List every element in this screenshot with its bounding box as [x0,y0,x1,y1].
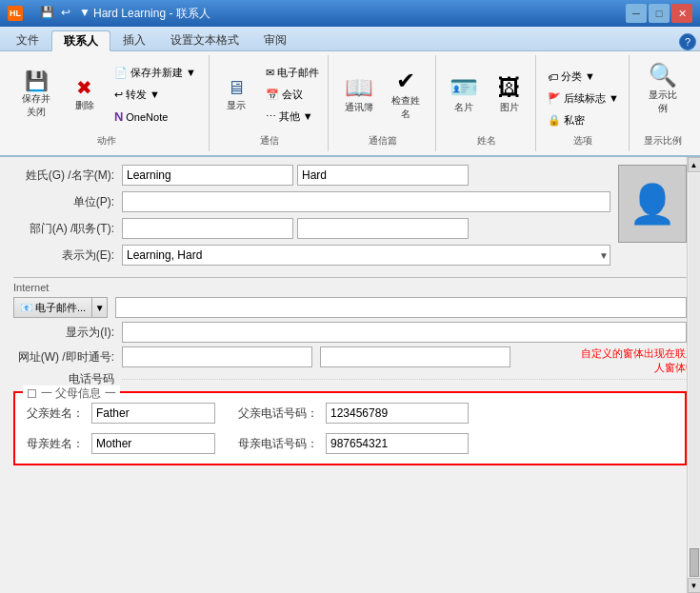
window-title: Hard Learning - 联系人 [93,6,210,22]
title-input[interactable] [297,218,469,239]
mother-phone-label: 母亲电话号码： [238,436,318,452]
scroll-up-button[interactable]: ▲ [688,157,701,172]
email-dropdown-button[interactable]: 📧 电子邮件... [13,297,92,318]
scroll-thumb[interactable] [690,548,699,577]
addressbook-buttons: 📖 通讯簿 ✔ 检查姓名 [338,59,429,130]
display-row: 表示为(E): Learning, Hard ▼ [13,245,610,266]
followup-label: 后续标志 ▼ [564,91,619,106]
father-phone-input[interactable] [326,403,469,424]
close-button[interactable]: ✕ [671,4,692,23]
tab-format[interactable]: 设置文本格式 [158,30,251,50]
photo-button[interactable]: 🖼 图片 [489,65,530,126]
mother-phone-input[interactable] [326,433,469,454]
addressbook-group-label: 通信篇 [369,130,397,148]
categorize-icon: 🏷 [548,71,558,83]
email-btn-group: 📧 电子邮件... ▼ [13,297,108,318]
father-phone-label: 父亲电话号码： [238,405,318,422]
mother-name-input[interactable] [91,433,215,454]
save-close-label: 保存并关闭 [20,92,53,119]
meeting-label: 会议 [282,88,303,102]
help-button[interactable]: ? [679,33,696,50]
qa-save-btn[interactable]: 💾 [38,4,55,21]
private-label: 私密 [564,113,585,128]
name-group-label: 姓名 [477,130,496,148]
save-new-button[interactable]: 📄 保存并新建 ▼ [110,63,201,83]
tab-insert[interactable]: 插入 [110,30,158,50]
father-name-input[interactable] [91,403,215,424]
qa-customize-btn[interactable]: ▼ [76,4,93,21]
parent-section: ☐ 一 父母信息 一 父亲姓名： 父亲电话号码： 母亲姓名： 母亲电话号码： [13,391,687,465]
website-label: 网址(W) /即时通号: [13,349,118,366]
ribbon-group-options: 🏷 分类 ▼ 🚩 后续标志 ▼ 🔒 私密 选项 [538,55,630,151]
checkname-button[interactable]: ✔ 检查姓名 [384,65,429,126]
name-buttons: 🪪 名片 🖼 图片 [443,59,530,130]
content-area: 姓氏(G) /名字(M): 单位(P): 部门(A) /职务(T): [0,157,700,593]
other-button[interactable]: ⋯ 其他 ▼ [261,107,324,127]
ribbon-group-actions: 💾 保存并关闭 ✖ 删除 📄 保存并新建 ▼ ↩ 转发 ▼ [6,55,210,151]
maximize-button[interactable]: □ [649,4,670,23]
dept-input[interactable] [122,218,293,239]
checkname-icon: ✔ [396,69,415,92]
other-label: 其他 ▼ [279,109,313,124]
last-name-input[interactable] [122,165,293,186]
company-row: 单位(P): [13,191,610,212]
delete-button[interactable]: ✖ 删除 [64,65,106,126]
other-icon: ⋯ [266,110,276,123]
parent-section-title-text: 一 父母信息 一 [41,385,116,402]
save-new-icon: 📄 [114,67,128,79]
addressbook-button[interactable]: 📖 通讯簿 [338,65,380,126]
addressbook-label: 通讯簿 [345,101,373,114]
tab-contact[interactable]: 联系人 [51,30,110,51]
forward-label: 转发 ▼ [126,88,160,102]
display-button[interactable]: 🖥 显示 [215,65,257,126]
display-select[interactable]: Learning, Hard [122,245,610,266]
forward-button[interactable]: ↩ 转发 ▼ [110,85,201,105]
email-display-input[interactable] [122,322,687,343]
mother-name-label: 母亲姓名： [27,436,84,452]
save-icon: 💾 [25,71,49,90]
email-button[interactable]: ✉ 电子邮件 [261,63,324,83]
scrollbar: ▲ ▼ [687,157,700,593]
meeting-button[interactable]: 📅 会议 [261,85,324,105]
save-close-button[interactable]: 💾 保存并关闭 [13,65,60,126]
instant-msg-input[interactable] [320,346,510,367]
last-name-label: 姓氏(G) /名字(M): [13,168,118,184]
options-group-label: 选项 [573,130,592,148]
followup-button[interactable]: 🚩 后续标志 ▼ [543,89,624,109]
display-select-wrapper: Learning, Hard ▼ [122,245,610,266]
save-new-label: 保存并新建 ▼ [130,66,196,80]
email-display-row: 显示为(I): [13,322,687,343]
private-button[interactable]: 🔒 私密 [543,110,624,130]
email-dropdown-arrow[interactable]: ▼ [92,297,108,318]
tab-file[interactable]: 文件 [4,30,51,50]
ribbon-group-name: 🪪 名片 🖼 图片 姓名 [438,55,535,151]
website-input[interactable] [122,346,312,367]
scroll-down-button[interactable]: ▼ [688,578,701,593]
minimize-button[interactable]: ─ [626,4,647,23]
form-fields: 姓氏(G) /名字(M): 单位(P): 部门(A) /职务(T): [13,165,610,271]
ribbon-tabs: 文件 联系人 插入 设置文本格式 审阅 ? [0,27,700,51]
email-icon: ✉ [266,67,274,79]
quick-access-toolbar: 💾 ↩ ▼ [38,4,93,21]
photo-icon: 🖼 [498,76,521,99]
options-buttons: 🏷 分类 ▼ 🚩 后续标志 ▼ 🔒 私密 [543,59,624,130]
comm-small-buttons: ✉ 电子邮件 📅 会议 ⋯ 其他 ▼ [261,63,324,127]
onenote-label: OneNote [126,111,168,123]
zoom-button[interactable]: 🔍 显示比例 [639,59,687,120]
action-small-buttons: 📄 保存并新建 ▼ ↩ 转发 ▼ N OneNote [110,63,201,127]
first-name-input[interactable] [297,165,469,186]
dept-label: 部门(A) /职务(T): [13,221,118,237]
bizcard-button[interactable]: 🪪 名片 [443,65,485,126]
zoom-icon: 🔍 [649,64,677,87]
categorize-button[interactable]: 🏷 分类 ▼ [543,67,624,87]
company-input[interactable] [122,191,610,212]
onenote-icon: N [114,109,123,124]
tab-review[interactable]: 审阅 [251,30,299,50]
onenote-button[interactable]: N OneNote [110,107,201,127]
display-label: 表示为(E): [13,247,118,264]
qa-undo-btn[interactable]: ↩ [57,4,74,21]
communicate-buttons: 🖥 显示 ✉ 电子邮件 📅 会议 ⋯ 其他 ▼ [215,59,324,130]
ribbon-group-addressbook: 📖 通讯簿 ✔ 检查姓名 通信篇 [330,55,437,151]
email-input[interactable] [115,297,687,318]
checkname-label: 检查姓名 [390,94,422,121]
